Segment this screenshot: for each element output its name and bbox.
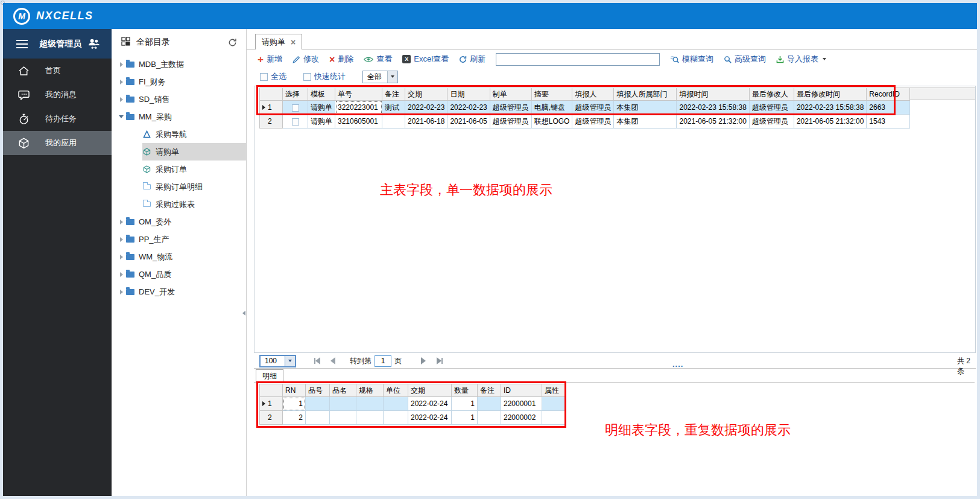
tree-node-dev[interactable]: DEV_开发 xyxy=(112,283,246,300)
cell[interactable]: 请购单 xyxy=(308,115,335,129)
sidebar-item-home[interactable]: 首页 xyxy=(3,59,112,83)
scope-dropdown[interactable]: 全部 xyxy=(362,71,398,83)
column-header[interactable]: 品号 xyxy=(306,384,330,397)
cell[interactable] xyxy=(306,397,330,411)
column-header[interactable]: 模板 xyxy=(308,88,335,101)
search-input[interactable] xyxy=(496,53,660,66)
tree-node-purchase-order-detail[interactable]: 采购订单明细 xyxy=(112,178,246,195)
cell[interactable]: 3220223001 xyxy=(335,101,382,115)
column-header[interactable]: ID xyxy=(501,384,542,397)
last-page-button[interactable] xyxy=(437,357,443,364)
cell[interactable]: 超级管理员 xyxy=(490,115,531,129)
cell[interactable]: 本集团 xyxy=(614,115,677,129)
tree-node-purchase-nav[interactable]: 采购导航 xyxy=(112,126,246,143)
hamburger-menu-icon[interactable] xyxy=(16,40,28,48)
column-header[interactable]: 规格 xyxy=(356,384,384,397)
cell[interactable]: 22000002 xyxy=(501,411,542,425)
cell[interactable]: 超级管理员 xyxy=(490,101,531,115)
column-header[interactable]: 单位 xyxy=(384,384,408,397)
row-checkbox[interactable] xyxy=(292,118,299,126)
column-header[interactable]: 单号 xyxy=(335,88,382,101)
expander-icon[interactable] xyxy=(120,62,123,67)
expander-icon[interactable] xyxy=(120,237,123,242)
expander-icon[interactable] xyxy=(120,80,123,84)
cell[interactable] xyxy=(384,411,408,425)
cell[interactable]: 2022-02-24 xyxy=(408,411,452,425)
cell[interactable] xyxy=(384,397,408,411)
cell[interactable] xyxy=(283,101,308,115)
column-header[interactable]: 最后修改时间 xyxy=(794,88,866,101)
tree-node-sd[interactable]: SD_销售 xyxy=(112,91,246,108)
dropdown-arrow-icon[interactable] xyxy=(285,356,295,366)
cell[interactable]: 本集团 xyxy=(614,101,677,115)
sidebar-item-apps[interactable]: 我的应用 xyxy=(3,131,112,155)
cell[interactable]: 电脑,键盘 xyxy=(531,101,572,115)
cell[interactable]: 2022-02-23 xyxy=(405,101,447,115)
cell[interactable] xyxy=(283,115,308,129)
cell[interactable]: 1 xyxy=(283,397,306,411)
dropdown-arrow-icon[interactable] xyxy=(387,71,397,83)
column-header[interactable]: 制单 xyxy=(490,88,531,101)
cell[interactable]: 超级管理员 xyxy=(572,101,614,115)
cell[interactable] xyxy=(542,397,565,411)
excel-view-button[interactable]: XExcel查看 xyxy=(402,54,449,65)
cell[interactable]: 22000001 xyxy=(501,397,542,411)
column-header[interactable]: 填报人 xyxy=(572,88,614,101)
cell[interactable] xyxy=(478,397,501,411)
table-row[interactable]: 112022-02-24122000001 xyxy=(260,397,565,411)
tree-node-wm[interactable]: WM_物流 xyxy=(112,248,246,265)
tab-detail[interactable]: 明细 xyxy=(256,369,283,383)
tree-node-mdb[interactable]: MDB_主数据 xyxy=(112,56,246,73)
column-header[interactable]: 属性 xyxy=(542,384,565,397)
next-page-button[interactable] xyxy=(421,357,426,364)
column-header[interactable]: 最后修改人 xyxy=(749,88,794,101)
sidebar-item-messages[interactable]: 我的消息 xyxy=(3,83,112,107)
cell[interactable] xyxy=(330,411,356,425)
cell[interactable] xyxy=(542,411,565,425)
cell[interactable] xyxy=(382,115,405,129)
expander-icon[interactable] xyxy=(120,97,123,102)
cell[interactable]: 3210605001 xyxy=(335,115,382,129)
cell[interactable]: 2021-06-05 xyxy=(447,115,490,129)
table-row[interactable]: 1请购单3220223001测试2022-02-232022-02-23超级管理… xyxy=(260,101,910,115)
column-header[interactable]: 交期 xyxy=(408,384,452,397)
column-header[interactable]: 选择 xyxy=(283,88,308,101)
prev-page-button[interactable] xyxy=(330,357,335,364)
tree-node-mm[interactable]: MM_采购 xyxy=(112,108,246,126)
tree-node-pp[interactable]: PP_生产 xyxy=(112,230,246,248)
cell[interactable]: 2021-06-05 21:32:00 xyxy=(794,115,866,129)
row-checkbox[interactable] xyxy=(292,104,299,112)
tab-purchase-request[interactable]: 请购单 × xyxy=(255,34,302,49)
cell[interactable]: 联想LOGO xyxy=(531,115,572,129)
expander-icon[interactable] xyxy=(120,255,123,259)
column-header[interactable]: RN xyxy=(283,384,306,397)
cell[interactable]: 2022-02-23 15:58:38 xyxy=(677,101,749,115)
advanced-query-button[interactable]: 高级查询 xyxy=(724,54,766,65)
cell[interactable]: 2022-02-24 xyxy=(408,397,452,411)
quick-stats-checkbox[interactable]: 快速统计 xyxy=(303,71,346,82)
column-header[interactable]: 填报人所属部门 xyxy=(614,88,677,101)
table-row[interactable]: 222022-02-24122000002 xyxy=(260,411,565,425)
splitter-dots[interactable]: .... xyxy=(672,360,683,369)
cell[interactable]: 2 xyxy=(283,411,306,425)
fuzzy-query-button[interactable]: 模糊查询 xyxy=(670,54,713,65)
tree-node-purchase-request[interactable]: 请购单 xyxy=(112,143,246,161)
cell[interactable] xyxy=(330,397,356,411)
cell[interactable]: 2021-06-18 xyxy=(405,115,447,129)
cell[interactable] xyxy=(306,411,330,425)
column-header[interactable]: 摘要 xyxy=(531,88,572,101)
column-header[interactable]: 备注 xyxy=(478,384,501,397)
cell[interactable]: 超级管理员 xyxy=(749,101,794,115)
column-header[interactable]: 日期 xyxy=(447,88,490,101)
users-icon[interactable] xyxy=(87,38,101,49)
modify-button[interactable]: 修改 xyxy=(292,54,319,65)
cell[interactable]: 2021-06-05 21:32:00 xyxy=(677,115,749,129)
column-header[interactable]: 数量 xyxy=(452,384,478,397)
refresh-tree-icon[interactable] xyxy=(228,38,237,47)
refresh-button[interactable]: 刷新 xyxy=(459,54,485,65)
import-report-button[interactable]: 导入报表 xyxy=(776,54,826,65)
table-row[interactable]: 2请购单32106050012021-06-182021-06-05超级管理员联… xyxy=(260,115,910,129)
tree-node-purchase-order[interactable]: 采购订单 xyxy=(112,161,246,178)
close-icon[interactable]: × xyxy=(291,38,296,46)
column-header[interactable]: 备注 xyxy=(382,88,405,101)
